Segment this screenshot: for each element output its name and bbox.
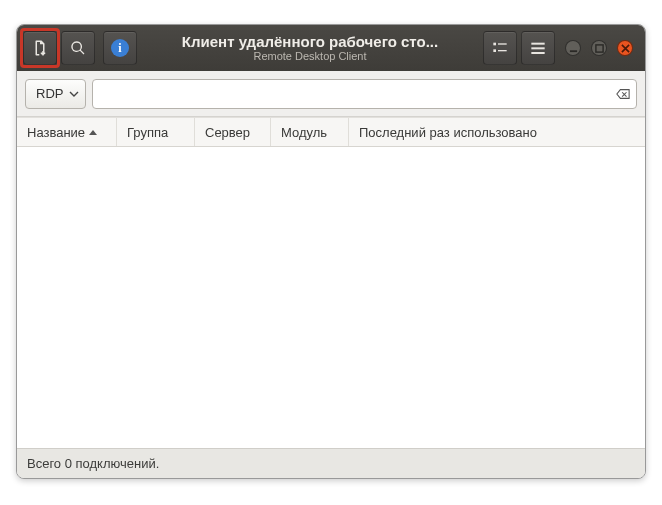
clear-input-button[interactable] <box>615 86 631 102</box>
status-text: Всего 0 подключений. <box>27 456 159 471</box>
hamburger-icon <box>530 41 546 55</box>
svg-rect-6 <box>531 52 544 54</box>
chevron-down-icon <box>69 89 79 99</box>
protocol-value: RDP <box>36 86 63 101</box>
svg-rect-3 <box>498 50 507 51</box>
column-server-label: Сервер <box>205 125 250 140</box>
column-group-label: Группа <box>127 125 168 140</box>
column-plugin[interactable]: Модуль <box>271 118 349 146</box>
new-document-icon <box>31 39 49 57</box>
about-button[interactable]: i <box>103 31 137 65</box>
column-name-label: Название <box>27 125 85 140</box>
connection-bar: RDP <box>17 71 645 117</box>
minimize-icon <box>569 44 578 53</box>
search-icon <box>70 40 86 56</box>
svg-rect-0 <box>493 43 496 46</box>
svg-rect-5 <box>531 47 544 49</box>
column-last-label: Последний раз использовано <box>359 125 537 140</box>
column-group[interactable]: Группа <box>117 118 195 146</box>
titlebar: i Клиент удалённого рабочего сто... Remo… <box>17 25 645 71</box>
svg-rect-2 <box>493 49 496 52</box>
table-header: Название Группа Сервер Модуль Последний … <box>17 117 645 147</box>
info-icon: i <box>111 39 129 57</box>
svg-rect-8 <box>595 44 602 51</box>
address-input[interactable] <box>92 79 637 109</box>
window-title: Клиент удалённого рабочего сто... <box>141 34 479 51</box>
minimize-button[interactable] <box>565 40 581 56</box>
connection-list <box>17 147 645 448</box>
backspace-icon <box>616 87 630 101</box>
list-detail-icon <box>492 41 508 55</box>
column-name[interactable]: Название <box>17 118 117 146</box>
close-button[interactable] <box>617 40 633 56</box>
protocol-selector[interactable]: RDP <box>25 79 86 109</box>
maximize-button[interactable] <box>591 40 607 56</box>
window-subtitle: Remote Desktop Client <box>141 50 479 62</box>
app-window: i Клиент удалённого рабочего сто... Remo… <box>16 24 646 479</box>
view-mode-button[interactable] <box>483 31 517 65</box>
new-connection-button[interactable] <box>23 31 57 65</box>
window-controls <box>559 40 639 56</box>
column-plugin-label: Модуль <box>281 125 327 140</box>
menu-button[interactable] <box>521 31 555 65</box>
column-server[interactable]: Сервер <box>195 118 271 146</box>
title-block: Клиент удалённого рабочего сто... Remote… <box>141 34 479 63</box>
search-button[interactable] <box>61 31 95 65</box>
maximize-icon <box>595 44 604 53</box>
status-bar: Всего 0 подключений. <box>17 448 645 478</box>
svg-rect-7 <box>569 50 576 52</box>
address-field-wrap <box>92 79 637 109</box>
close-icon <box>621 44 630 53</box>
column-last-used[interactable]: Последний раз использовано <box>349 118 645 146</box>
svg-rect-4 <box>531 43 544 45</box>
svg-rect-1 <box>498 43 507 44</box>
